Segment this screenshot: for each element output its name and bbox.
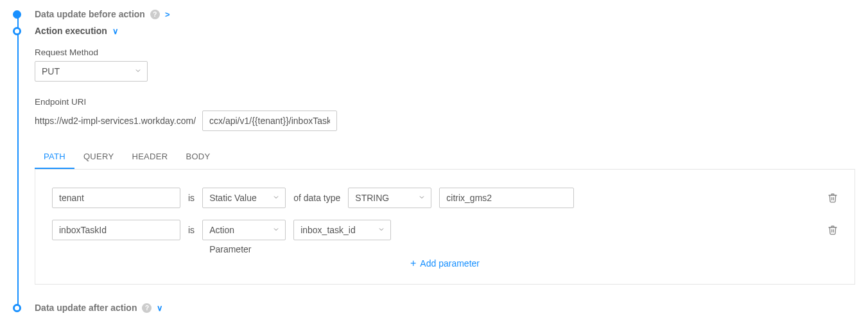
param-row: is Action Parameter inbox_task_id	[52, 220, 838, 240]
params-tabs: PATH QUERY HEADER BODY	[35, 145, 855, 170]
tab-body[interactable]: BODY	[177, 145, 219, 169]
param-name-input[interactable]	[52, 188, 180, 208]
step-title: Action execution	[35, 26, 107, 36]
step-header-before[interactable]: Data update before action ? >	[35, 9, 855, 19]
chevron-right-icon[interactable]: >	[165, 10, 171, 19]
step-title: Data update after action	[35, 303, 137, 313]
help-icon[interactable]: ?	[150, 10, 160, 19]
endpoint-uri-row: https://wd2-impl-services1.workday.com/	[35, 110, 855, 131]
tab-header[interactable]: HEADER	[123, 145, 177, 169]
param-action-param-select[interactable]: inbox_task_id	[293, 220, 391, 240]
param-kind-select[interactable]: Static Value	[202, 188, 286, 208]
param-kind-select[interactable]: Action Parameter	[202, 220, 286, 240]
add-parameter-button[interactable]: + Add parameter	[410, 258, 480, 269]
request-method-select[interactable]: PUT	[35, 61, 148, 82]
param-name-input[interactable]	[52, 220, 180, 240]
param-kind-select-wrap: Action Parameter	[202, 220, 286, 240]
trash-icon[interactable]	[828, 225, 838, 235]
step-header-exec[interactable]: Action execution ∨	[35, 26, 855, 36]
param-datatype-select[interactable]: STRING	[348, 188, 431, 208]
add-parameter-label: Add parameter	[420, 258, 480, 269]
timeline-dot-icon	[13, 304, 21, 312]
plus-icon: +	[410, 258, 416, 269]
param-kind-select-wrap: Static Value	[202, 188, 286, 208]
request-method-select-wrap: PUT	[35, 61, 148, 82]
help-icon[interactable]: ?	[142, 303, 152, 313]
step-before-action: Data update before action ? >	[24, 6, 855, 22]
step-title: Data update before action	[35, 9, 145, 19]
param-row: is Static Value of data type STRING	[52, 188, 838, 208]
param-datatype-select-wrap: STRING	[348, 188, 431, 208]
label-is: is	[188, 225, 195, 235]
param-value-input[interactable]	[439, 188, 574, 208]
path-params-panel: is Static Value of data type STRING	[35, 170, 855, 285]
tab-query[interactable]: QUERY	[74, 145, 123, 169]
label-of-data-type: of data type	[293, 193, 340, 203]
action-execution-body: Request Method PUT Endpoint URI https://…	[35, 36, 855, 296]
step-action-execution: Action execution ∨ Request Method PUT En…	[24, 23, 855, 299]
trash-icon[interactable]	[828, 193, 838, 203]
request-method-label: Request Method	[35, 48, 855, 57]
step-header-after[interactable]: Data update after action ? ∨	[35, 303, 855, 313]
chevron-down-icon[interactable]: ∨	[157, 303, 164, 313]
param-action-param-select-wrap: inbox_task_id	[293, 220, 391, 240]
add-parameter-row: + Add parameter	[52, 252, 838, 271]
step-after-action: Data update after action ? ∨	[24, 300, 855, 315]
chevron-down-icon[interactable]: ∨	[112, 26, 119, 36]
endpoint-uri-prefix: https://wd2-impl-services1.workday.com/	[35, 116, 196, 126]
timeline-dot-icon	[13, 10, 21, 19]
endpoint-uri-label: Endpoint URI	[35, 97, 855, 107]
endpoint-uri-input[interactable]	[202, 110, 337, 131]
tab-path[interactable]: PATH	[35, 145, 74, 169]
config-timeline: Data update before action ? > Action exe…	[13, 6, 855, 315]
timeline-dot-active-icon	[13, 27, 21, 35]
label-is: is	[188, 193, 195, 203]
